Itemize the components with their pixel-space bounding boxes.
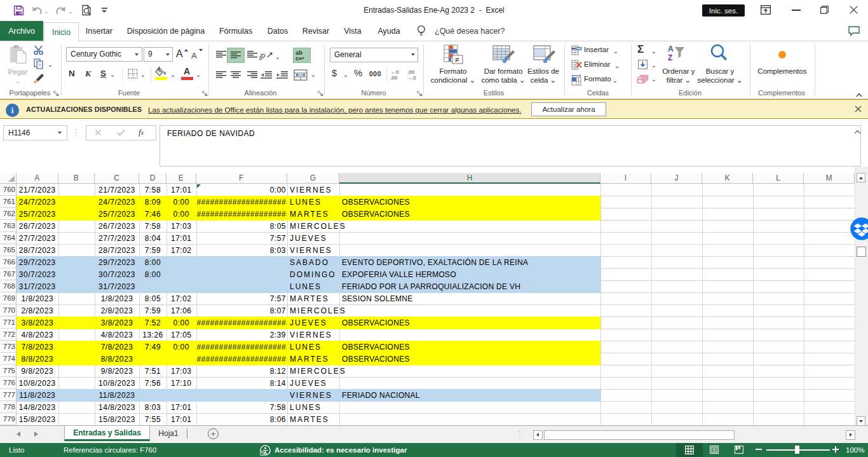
svg-text:,00: ,00 [390,75,398,81]
svg-text:ab: ab [259,51,267,62]
svg-text:,00: ,00 [407,69,415,75]
svg-text:→,0: →,0 [407,75,416,81]
svg-text:←0: ←0 [391,69,399,75]
svg-text:≠: ≠ [455,55,459,64]
